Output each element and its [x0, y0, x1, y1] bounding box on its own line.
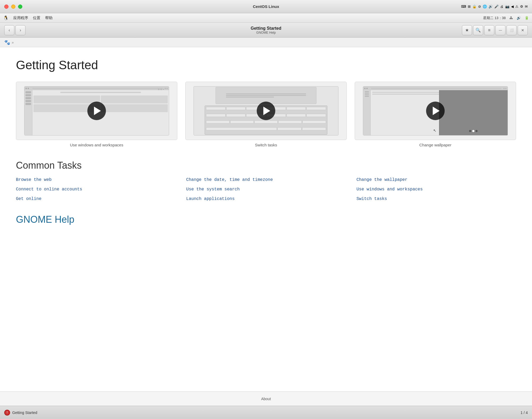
video-thumb-2[interactable]	[185, 82, 347, 140]
key-row-4	[206, 127, 326, 134]
link-switch-tasks[interactable]: Switch tasks	[357, 197, 516, 201]
battery-status-icon: 🔋	[525, 16, 529, 20]
about-bar: About	[0, 391, 532, 406]
key	[206, 120, 230, 124]
play-triangle-3	[433, 107, 440, 115]
toolbar: ‹ › Getting Started GNOME Help ★ 🔍 ≡ — ⬜…	[0, 23, 532, 38]
about-link[interactable]: About	[261, 397, 271, 401]
thumb-sidebar-1	[24, 90, 32, 135]
play-button-3[interactable]	[426, 102, 445, 120]
mail-icon: ✉	[525, 5, 528, 8]
printer-icon: 🖨	[500, 5, 504, 8]
title-bar: CentOS Linux ⌨ ⊞ 🔒 ⊘ 🌐 🔊 🎤 🖨 📷 ◀ ⚠ ⚙ ✉	[0, 0, 532, 13]
mic-icon: 🎤	[494, 5, 499, 8]
thumb-dot-2	[28, 88, 29, 89]
status-icon-symbol: !	[7, 411, 7, 414]
link-connect-accounts[interactable]: Connect to online accounts	[16, 187, 175, 192]
menu-right: 星期二 13：38 🖧 🔊 🔋	[483, 16, 529, 20]
settings-icon: ⚙	[520, 5, 523, 8]
menu-button[interactable]: ≡	[484, 25, 494, 35]
key	[226, 114, 246, 117]
toolbar-page-title: Getting Started	[251, 26, 281, 31]
toolbar-actions: ★ 🔍 ≡ — ⬜ ✕	[462, 25, 528, 35]
status-app-icon: !	[4, 410, 10, 416]
video-thumb-3[interactable]: ↖	[355, 82, 516, 140]
menu-item-places[interactable]: 位置	[33, 16, 40, 20]
gnome-help-title: GNOME Help	[16, 214, 516, 225]
maximize-window-button[interactable]	[18, 5, 22, 9]
key	[306, 114, 326, 117]
key	[306, 107, 326, 110]
bookmark-button[interactable]: ★	[462, 25, 472, 35]
globe-icon: 🌐	[483, 5, 487, 8]
nav-buttons: ‹ ›	[4, 25, 25, 35]
video-caption-1: Use windows and workspaces	[70, 143, 123, 147]
system-tray: ⌨ ⊞ 🔒 ⊘ 🌐 🔊 🎤 🖨 📷 ◀ ⚠ ⚙ ✉	[461, 5, 528, 8]
media-prev-icon: ◀	[511, 5, 514, 8]
display-icon: ⊞	[468, 5, 471, 8]
breadcrumb-separator: »	[12, 40, 14, 45]
resize-button[interactable]: ⬜	[507, 25, 517, 35]
key	[302, 127, 326, 130]
page-title: Getting Started	[16, 58, 516, 72]
play-triangle-1	[94, 107, 101, 115]
key	[277, 127, 301, 130]
key-row-3	[206, 120, 326, 126]
menu-item-apps[interactable]: 应用程序	[13, 16, 28, 20]
link-get-online[interactable]: Get online	[16, 197, 175, 201]
key	[254, 120, 278, 124]
breadcrumb-home-icon[interactable]: 🐾	[4, 40, 10, 45]
breadcrumb-bar: 🐾 »	[0, 38, 532, 47]
status-text: Getting Started	[12, 411, 37, 415]
back-button[interactable]: ‹	[4, 25, 14, 35]
camera-icon: 📷	[505, 5, 509, 8]
key-space	[206, 127, 277, 130]
key	[286, 107, 306, 110]
app-icon[interactable]: 🐧	[3, 15, 8, 20]
status-left: ! Getting Started	[4, 410, 37, 416]
traffic-lights	[4, 5, 22, 9]
network-status-icon: 🖧	[509, 16, 513, 20]
toolbar-title-area: Getting Started GNOME Help	[251, 26, 281, 34]
key	[230, 120, 254, 124]
link-browse-web[interactable]: Browse the web	[16, 177, 175, 182]
play-triangle-2	[263, 107, 270, 115]
common-tasks-title: Common Tasks	[16, 160, 516, 171]
datetime-display: 星期二 13：38	[483, 16, 506, 20]
main-content: Getting Started	[0, 47, 532, 391]
status-page-info: 1 / 4	[521, 411, 528, 415]
minimize-button[interactable]: —	[495, 25, 505, 35]
play-button-1[interactable]	[87, 102, 106, 120]
link-use-windows[interactable]: Use windows and workspaces	[357, 187, 516, 192]
links-grid: Browse the web Change the date, time and…	[16, 177, 516, 201]
lock-icon: 🔒	[472, 5, 477, 8]
window-title-area: CentOS Linux	[253, 4, 279, 9]
key	[206, 114, 226, 117]
video-thumb-1[interactable]: ×	[16, 82, 177, 140]
volume-status-icon: 🔊	[517, 16, 521, 20]
window-title: CentOS Linux	[253, 4, 279, 9]
video-row: × Use windows and workspaces	[16, 82, 516, 147]
link-launch-apps[interactable]: Launch applications	[186, 197, 346, 201]
close-button[interactable]: ✕	[518, 25, 528, 35]
play-button-2[interactable]	[257, 102, 275, 120]
link-change-wallpaper[interactable]: Change the wallpaper	[357, 177, 516, 182]
video-card-1: × Use windows and workspaces	[16, 82, 177, 147]
close-window-button[interactable]	[4, 5, 8, 9]
menu-item-help[interactable]: 帮助	[45, 16, 53, 20]
menu-bar: 🐧 应用程序 位置 帮助 星期二 13：38 🖧 🔊 🔋	[0, 13, 532, 23]
key	[286, 114, 306, 117]
search-button[interactable]: 🔍	[473, 25, 483, 35]
warning-icon: ⚠	[515, 5, 518, 8]
key	[278, 120, 302, 124]
key	[302, 120, 326, 124]
video-caption-2: Switch tasks	[255, 143, 277, 147]
menu-left: 🐧 应用程序 位置 帮助	[3, 15, 53, 20]
link-system-search[interactable]: Use the system search	[186, 187, 346, 192]
volume-icon: 🔊	[488, 5, 493, 8]
link-change-date[interactable]: Change the date, time and timezone	[186, 177, 346, 182]
minimize-window-button[interactable]	[11, 5, 15, 9]
forward-button[interactable]: ›	[15, 25, 25, 35]
key	[226, 107, 246, 110]
video-caption-3: Change wallpaper	[419, 143, 452, 147]
